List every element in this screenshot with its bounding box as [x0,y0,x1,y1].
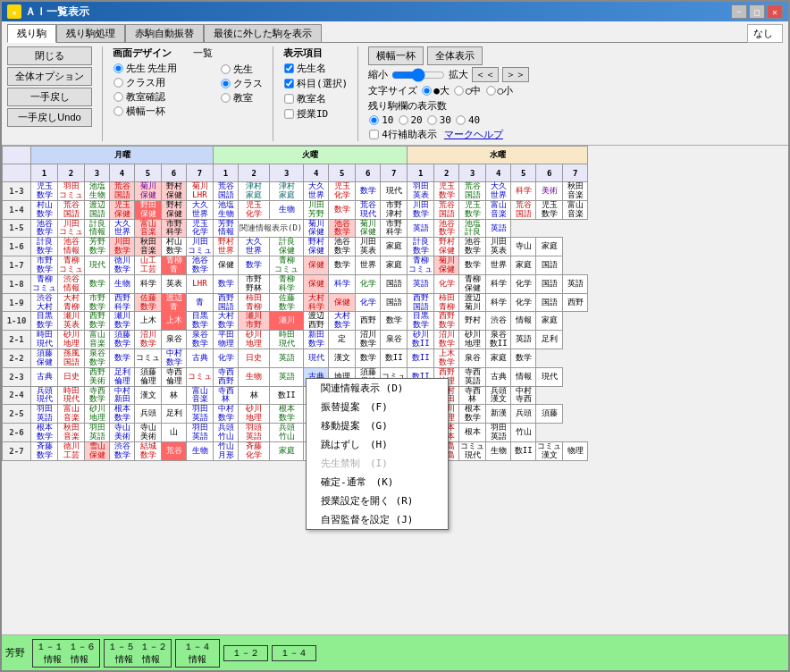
table-row: 2-1 時田現代 砂川地理 富山音楽 須藤数学 沼川数学 泉谷 泉谷数学 平田物… [3,331,588,349]
context-menu: 関連情報表示 (D) 振替提案 (F) 移動提案 (G) 跳はずし (H) 先生… [306,378,449,530]
tab-last-removed[interactable]: 最後に外した駒を表示 [204,24,322,43]
nashi-display: なし [747,24,783,43]
table-row: 1-5 池谷数学 川田コミュ 計良情報 大久世界 富山音楽 市野科学 児玉化学 … [3,219,588,238]
count-10[interactable]: 10 [368,114,393,126]
zoom-section: 横幅一杯 全体表示 縮小 拡大 ＜＜ ＞＞ 文字サイズ ●大 ○中 ○小 [368,46,529,141]
table-row: 1-6 計良数学 池谷情報 芳野数学 川田数学 秋田音楽 村山数学 川田コミュ … [3,238,588,256]
context-menu-item-confirm[interactable]: 確定-通常 (K) [307,473,448,491]
assist-check[interactable]: 4行補助表示 [368,128,437,141]
bottom-cell-5[interactable]: １－４ [272,645,316,661]
period-corner [3,164,31,182]
divider1 [102,46,103,141]
zoom-out-label: 縮小 [368,68,388,81]
corner-header [3,147,31,164]
fit-width-button[interactable]: 横幅一杯 [368,46,424,65]
remaining-count-label: 残り駒欄の表示数 [368,99,447,113]
context-menu-item-move[interactable]: 移動提案 (G) [307,416,448,435]
check-teacher-name[interactable]: 先生名 [283,62,348,75]
font-small-option[interactable]: ○小 [485,84,514,97]
wednesday-header: 水曜 [408,147,588,164]
main-window: ★ ＡＩ一覧表示 － □ ✕ 残り駒 残り駒処理 赤駒自動振替 最後に外した駒を… [0,0,790,672]
maximize-button[interactable]: □ [749,4,765,19]
list-radio-group: 先生 クラス 教室 [220,63,263,105]
table-row: 2-5 羽田英語 富山音楽 砂川地理 根本数学 兵頭 足利 羽田英語 中村数学 … [3,405,588,424]
table-row: 1-3 児玉数学 羽田コミュ 池塩生物 荒谷国語 菊川保健 野村保健 菊川LHR… [3,182,588,201]
bottom-cell-3[interactable]: １－４ 情報 [175,639,220,668]
title-bar-buttons: － □ ✕ [731,4,783,19]
context-menu-item-propose[interactable]: 振替提案 (F) [307,398,448,416]
list-radio-section: 先生 クラス 教室 [220,46,263,105]
context-menu-item-self-study[interactable]: 自習監督を設定 (J) [307,510,448,529]
one-back-undo-button[interactable]: 一手戻しUndo [7,108,92,127]
table-row: 2-6 根本数学 秋田音楽 羽田英語 寺山美術 寺山美術 山 羽田英語 兵頭竹山… [3,424,588,442]
context-menu-item-open-lesson[interactable]: 授業設定を開く (R) [307,491,448,510]
design-section: 画面デザイン 一覧 先生先生用 クラス用 教室確認 横幅一杯 [113,46,213,118]
zoom-in-label: 拡大 [449,68,468,81]
schedule-container[interactable]: 月曜 火曜 水曜 1234567 1234567 1234567 [2,146,788,634]
nav-prev-btn[interactable]: ＜＜ [472,67,499,82]
bottom-cell-2[interactable]: １－５ １－２ 情報 情報 [104,639,172,668]
font-large-option[interactable]: ●大 [421,84,450,97]
radio-list-class[interactable]: クラス [220,77,263,90]
title-bar: ★ ＡＩ一覧表示 － □ ✕ [2,2,788,21]
table-row: 1-10 目黒数学 瀬川英表 西野数学 瀬川数学 上木 上木 目黒数学 大村数学… [3,312,588,331]
context-menu-item-teacher-ban: 先生禁制 (I) [307,454,448,473]
check-lesson-id[interactable]: 授業ID [283,107,348,121]
bottom-label: 芳野 [5,646,25,659]
full-display-button[interactable]: 全体表示 [427,46,483,65]
radio-width-view[interactable]: 横幅一杯 [113,105,213,118]
divider3 [357,46,358,141]
divider2 [273,46,273,141]
count-20[interactable]: 20 [398,114,423,126]
title-bar-left: ★ ＡＩ一覧表示 [7,4,89,20]
tab-remaining-process[interactable]: 残り駒処理 [56,24,125,43]
check-subject[interactable]: 科目(選択) [283,77,348,90]
zoom-slider[interactable] [391,68,445,82]
context-menu-item-related[interactable]: 関連情報表示 (D) [307,379,448,398]
table-row: 2-2 須藤保健 孫風国語 泉谷数学 数学 コミュ 中村数学 古典 化学 日史 … [3,349,588,368]
table-row: 2-7 斉藤数学 徳川工芸 雪山保健 渋谷数学 結城数学 荒谷 生物 竹山月形 … [3,441,588,460]
app-icon: ★ [7,4,21,19]
display-items-label: 表示項目 [283,46,348,60]
minimize-button[interactable]: － [731,4,747,19]
close-button[interactable]: 閉じる [7,46,92,65]
count-30[interactable]: 30 [426,114,451,126]
window-title: ＡＩ一覧表示 [25,4,89,20]
nav-next-btn[interactable]: ＞＞ [502,67,529,82]
tuesday-header: 火曜 [214,147,408,164]
radio-list-teacher[interactable]: 先生 [220,63,263,76]
tab-auto-replace[interactable]: 赤駒自動振替 [125,24,204,43]
bottom-bar: 芳野 １－１ １－６ 情報 情報 １－５ １－２ 情報 情報 １－４ 情報 １－… [2,634,788,670]
view-radio-group: 先生先生用 クラス用 教室確認 横幅一杯 [113,62,213,118]
bottom-cell-1[interactable]: １－１ １－６ 情報 情報 [32,639,100,668]
table-row: 1-4 村山数学 荒谷国語 渡辺国語 児玉保健 野田保健 野村保健 大久世界 池… [3,200,588,219]
context-menu-item-remove[interactable]: 跳はずし (H) [307,435,448,454]
whole-option-button[interactable]: 全体オプション [7,67,92,86]
close-window-button[interactable]: ✕ [767,4,783,19]
table-row: 1-7 市野数学 青柳コミュ 現代 徳川数学 山工工芸 青柳青 池谷数学 保健 … [3,256,588,275]
table-row: 1-8 青柳コミュ 渋谷情報 数学 生物 科学 英表 LHR 数学 市野野林 青… [3,274,588,293]
main-content: 月曜 火曜 水曜 1234567 1234567 1234567 [2,146,788,670]
radio-list-room[interactable]: 教室 [220,91,263,105]
font-size-label: 文字サイズ [368,84,417,97]
toolbar: 閉じる 全体オプション 一手戻し 一手戻しUndo 画面デザイン 一覧 先生先生… [2,43,788,146]
radio-room-view[interactable]: 教室確認 [113,90,213,104]
bottom-cell-4[interactable]: １－２ [223,645,268,661]
one-back-button[interactable]: 一手戻し [7,88,92,106]
monday-header: 月曜 [31,147,214,164]
font-medium-option[interactable]: ○中 [453,84,482,97]
table-row: 1-9 渋谷大村 大村青柳 市野数学 西野科学 佐藤数学 渡辺青 青 西野国語 … [3,293,588,312]
check-room[interactable]: 教室名 [283,92,348,105]
list-label: 一覧 [193,46,213,60]
mark-help-label: マークヘルプ [444,128,503,141]
table-row: 2-4 兵頭現代 時田現代 寺西数学 中村新田 漢文 林 富山音楽 寺西林 林 … [3,386,588,405]
tab-remaining[interactable]: 残り駒 [7,24,56,43]
display-items-section: 表示項目 先生名 科目(選択) 教室名 授業ID [283,46,348,121]
table-row: 2-3 古典 日史 西野美術 足利倫理 須藤倫理 寺西倫理 コミュ 寺西西野 生… [3,367,588,386]
radio-class-view[interactable]: クラス用 [113,76,213,89]
schedule-table: 月曜 火曜 水曜 1234567 1234567 1234567 [2,146,588,461]
count-40[interactable]: 40 [455,114,480,126]
left-buttons: 閉じる 全体オプション 一手戻し 一手戻しUndo [7,46,92,127]
radio-teacher-view[interactable]: 先生先生用 [113,62,213,75]
screen-design-label: 画面デザイン [113,46,172,60]
